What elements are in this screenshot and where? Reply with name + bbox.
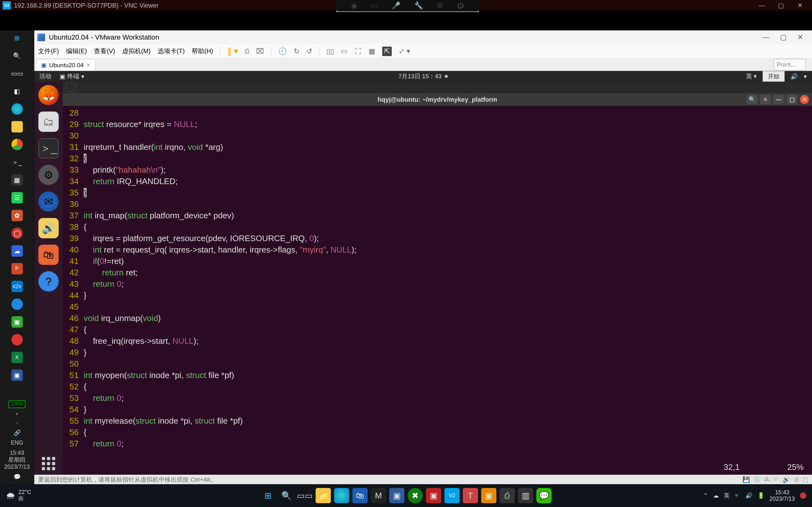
search-bottom-icon[interactable]: 🔍 [279, 488, 294, 503]
weather-widget[interactable]: 🌧 22°C 雨 [0, 489, 37, 502]
term-maximize-button[interactable]: ▢ [786, 95, 798, 104]
app-b2-icon[interactable]: ▣ [389, 488, 404, 503]
pause-button[interactable]: ‖ ▾ [227, 46, 238, 56]
term-minimize-button[interactable]: — [773, 95, 784, 104]
activities-button[interactable]: 活动 [34, 72, 56, 80]
show-apps-button[interactable] [34, 457, 63, 470]
taskview-bottom-icon[interactable]: ▭▭ [297, 488, 312, 503]
text-icon[interactable]: T [463, 488, 478, 503]
app-b5-icon[interactable]: ▥ [518, 488, 533, 503]
widgets-icon[interactable]: ◧ [11, 86, 23, 97]
snapshot-icon[interactable]: ⎙ [245, 47, 249, 55]
search-icon[interactable]: 🔍 [11, 50, 23, 61]
start-icon[interactable]: ⊞ [260, 488, 275, 503]
terminal-dock-icon[interactable]: ＞_ [38, 138, 59, 158]
vnc-close-button[interactable]: ✕ [791, 2, 809, 9]
wechat-icon[interactable]: 💬 [537, 488, 552, 503]
start-button[interactable]: 开始 [763, 71, 785, 82]
vmware-fullscreen-toolbar[interactable]: ◉ ▭ 🎤 🔧 ⚙ ⏻ [336, 0, 479, 11]
files-icon[interactable]: 🗂 [38, 112, 59, 132]
lang-indicator[interactable]: ENG [11, 440, 23, 446]
topbar-app-indicator[interactable]: ▣ 终端 ▾ [56, 72, 88, 80]
tray-expand-icon[interactable]: ⌃ [703, 492, 708, 499]
record-icon[interactable]: ◉ [351, 2, 357, 10]
store-icon[interactable]: 🛍 [352, 488, 368, 503]
topbar-datetime[interactable]: 7月13日 15：43 [398, 72, 442, 80]
app-icon-4[interactable]: ◯ [11, 228, 23, 239]
chat-icon[interactable]: 💬 [14, 473, 20, 481]
menu-vm[interactable]: 虚拟机(M) [122, 47, 151, 55]
tray-lang[interactable]: 英 [724, 492, 729, 499]
view-single-icon[interactable]: ▯▯ [326, 47, 334, 55]
point-input[interactable]: Point... [774, 59, 806, 70]
term-close-button[interactable]: ✕ [800, 95, 809, 104]
vmware-taskbar-icon[interactable]: ▣ [11, 370, 23, 381]
tray-battery-icon[interactable]: 🔋 [757, 492, 764, 499]
app-icon-7[interactable]: ▣ [11, 316, 23, 328]
app-icon-6[interactable] [11, 298, 23, 310]
vmware-bottom-icon[interactable]: ▣ [481, 488, 496, 503]
vnc-minimize-button[interactable]: — [752, 2, 771, 9]
app-icon-2[interactable]: ☰ [11, 192, 23, 204]
view-fullscreen-icon[interactable]: ⛶ [355, 47, 362, 55]
vmware-maximize-button[interactable]: ▢ [774, 33, 792, 42]
app-b4-icon[interactable]: ⎙ [500, 488, 515, 503]
power-icon[interactable]: ⏻ [457, 2, 464, 10]
app-icon-1[interactable]: ▦ [11, 174, 23, 186]
excel-icon[interactable]: X [11, 352, 23, 363]
vmware-minimize-button[interactable]: — [757, 33, 774, 42]
app-icon-5[interactable]: ☁ [11, 245, 23, 257]
link-icon[interactable]: 🔗 [14, 429, 20, 436]
menu-edit[interactable]: 编辑(E) [66, 47, 87, 55]
settings-dock-icon[interactable]: ⚙ [38, 165, 59, 185]
vm-tab-close-icon[interactable]: ✕ [86, 62, 90, 68]
edge-bottom-icon[interactable] [334, 488, 349, 503]
tray-volume-icon[interactable]: 🔊 [745, 492, 752, 499]
app-icon-8[interactable] [11, 334, 23, 345]
software-icon[interactable]: 🛍 [38, 245, 59, 265]
search-button[interactable]: 🔍 [747, 95, 757, 104]
input-lang[interactable]: 英 ▾ [746, 72, 757, 80]
power-menu-icon[interactable]: ▾ [804, 73, 807, 80]
explorer-icon[interactable] [11, 121, 23, 132]
tools-icon[interactable]: 🔧 [414, 2, 423, 10]
vscode-icon[interactable]: </> [11, 281, 23, 292]
windows-start-icon[interactable]: ⊞ [11, 32, 23, 44]
volume-icon[interactable]: 🔊 [791, 73, 798, 80]
menu-tabs[interactable]: 选项卡(T) [158, 47, 185, 55]
snap-fwd-icon[interactable]: ↺ [306, 47, 312, 55]
chrome-icon[interactable] [11, 139, 23, 150]
thunderbird-icon[interactable]: ✉ [38, 191, 59, 212]
menu-button[interactable]: ≡ [760, 95, 771, 104]
explorer-bottom-icon[interactable]: 📁 [316, 488, 331, 503]
vnc-maximize-button[interactable]: ▢ [771, 2, 791, 9]
taskview-icon[interactable]: ▭▭ [11, 68, 23, 79]
menu-view[interactable]: 查看(V) [94, 47, 115, 55]
terminal-icon[interactable]: ＞_ [11, 157, 23, 168]
send-ctrlaltdel-icon[interactable]: ⌧ [256, 47, 264, 55]
app-b1-icon[interactable]: M [371, 488, 386, 503]
mic-icon[interactable]: 🎤 [392, 2, 400, 10]
gear-icon[interactable]: ⚙ [437, 2, 443, 10]
xbox-icon[interactable]: ✖ [408, 488, 423, 503]
vm-tab-ubuntu[interactable]: ▣ Ubuntu20.04 ✕ [36, 59, 95, 71]
onedrive-icon[interactable]: ☁ [713, 492, 719, 499]
notifications-icon[interactable] [800, 493, 806, 499]
app-b3-icon[interactable]: ▣ [426, 488, 441, 503]
rhythmbox-icon[interactable]: 🔊 [38, 218, 59, 238]
view-unity-icon[interactable]: ▭ [341, 47, 348, 55]
fit-icon[interactable]: ⤢ ▾ [399, 47, 410, 55]
powerpoint-icon[interactable]: P [11, 263, 23, 274]
view-multimon-icon[interactable]: ▦ [368, 47, 375, 55]
battery-indicator[interactable]: 100% [9, 400, 26, 408]
firefox-icon[interactable]: 🦊 [38, 85, 59, 105]
vmware-close-button[interactable]: ✕ [792, 33, 809, 42]
menu-file[interactable]: 文件(F) [38, 47, 59, 55]
stretch-icon[interactable]: ⇱ [382, 47, 392, 56]
clock-icon[interactable]: 🕘 [278, 47, 287, 55]
help-icon[interactable]: ? [38, 271, 59, 291]
app-icon-3[interactable]: ✿ [11, 210, 23, 221]
expand-icon[interactable]: › [16, 419, 18, 426]
edge-icon[interactable] [11, 103, 23, 115]
new-tab-icon[interactable] [66, 83, 75, 92]
